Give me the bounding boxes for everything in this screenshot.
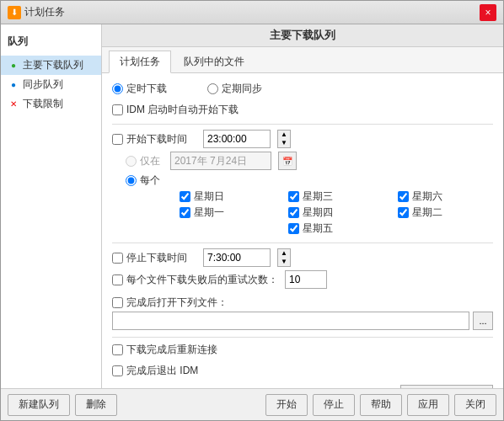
bottom-bar: 新建队列 删除 开始 停止 帮助 应用 关闭 (1, 388, 503, 420)
retry-count-input[interactable] (285, 270, 327, 289)
weekday-fri[interactable]: 星期五 (288, 221, 383, 236)
open-file-checkbox[interactable] (112, 297, 123, 308)
weekday-mon-checkbox[interactable] (180, 207, 190, 218)
weekday-fri-label: 星期五 (303, 221, 333, 236)
only-on-radio-label[interactable]: 仅在 (126, 154, 160, 168)
every-radio-label[interactable]: 每个 (126, 173, 160, 188)
weekday-thu-label: 星期四 (303, 205, 333, 220)
radio-timed-input[interactable] (112, 83, 123, 94)
only-on-row: 仅在 📅 (126, 152, 493, 170)
main-window: ⬇ 计划任务 × 队列 ● 主要下载队列 ● 同步队列 ✕ 下载限制 主要下载队… (0, 0, 504, 421)
calendar-button[interactable]: 📅 (278, 152, 297, 170)
weekday-wed[interactable]: 星期三 (288, 189, 383, 204)
radio-periodic-sync[interactable]: 定期同步 (207, 82, 262, 96)
delete-button[interactable]: 删除 (75, 394, 117, 416)
start-time-spinner[interactable]: ▲ ▼ (277, 130, 291, 148)
quit-idm-checkbox[interactable] (112, 365, 123, 376)
weekday-mon[interactable]: 星期一 (180, 205, 275, 220)
retry-count-row: 每个文件下载失败后的重试次数： (112, 270, 493, 289)
start-time-checkbox[interactable] (112, 134, 123, 145)
file-path-input[interactable] (112, 312, 469, 330)
stop-time-input[interactable] (203, 248, 271, 267)
retry-count-checkbox-label[interactable]: 每个文件下载失败后的重试次数： (112, 273, 278, 287)
weekday-sun[interactable]: 星期日 (180, 189, 275, 204)
window-title: 计划任务 (24, 5, 65, 19)
auto-start-row: IDM 启动时自动开始下载 (112, 103, 493, 117)
new-queue-button[interactable]: 新建队列 (8, 394, 70, 416)
close-bottom-button[interactable]: 关闭 (454, 394, 496, 416)
quit-idm-row: 完成后退出 IDM (112, 364, 493, 378)
quit-idm-checkbox-label[interactable]: 完成后退出 IDM (112, 364, 198, 378)
panel-header: 主要下载队列 (102, 24, 503, 47)
panel-content: 定时下载 定期同步 IDM 启动时自动开始下载 (102, 73, 503, 388)
queue-icon-limit: ✕ (8, 99, 19, 110)
sidebar: 队列 ● 主要下载队列 ● 同步队列 ✕ 下载限制 (1, 24, 102, 388)
start-time-down[interactable]: ▼ (278, 139, 290, 147)
radio-periodic-input[interactable] (207, 83, 218, 94)
weekday-wed-checkbox[interactable] (288, 191, 299, 202)
tab-files-in-queue[interactable]: 队列中的文件 (173, 51, 255, 72)
start-time-input[interactable] (203, 130, 271, 148)
retry-count-label: 每个文件下载失败后的重试次数： (126, 273, 278, 287)
weekday-sat[interactable]: 星期六 (398, 189, 493, 204)
stop-button[interactable]: 停止 (313, 394, 355, 416)
auto-start-label: IDM 启动时自动开始下载 (126, 103, 239, 117)
sidebar-title: 队列 (1, 31, 101, 56)
queue-icon-main: ● (8, 60, 19, 72)
sidebar-item-limit[interactable]: ✕ 下载限制 (1, 94, 101, 114)
reconnect-checkbox[interactable] (112, 344, 123, 355)
radio-timed-download[interactable]: 定时下载 (112, 82, 167, 96)
browse-button[interactable]: ... (473, 312, 493, 330)
queue-icon-sync: ● (8, 79, 19, 91)
help-button[interactable]: 帮助 (360, 394, 402, 416)
weekday-mon-label: 星期一 (194, 205, 224, 220)
stop-time-checkbox-label[interactable]: 停止下载时间 (112, 251, 196, 265)
file-path-row: ... (112, 312, 493, 330)
tab-scheduled-tasks[interactable]: 计划任务 (109, 51, 171, 73)
schedule-type-row: 定时下载 定期同步 (112, 82, 493, 96)
stop-time-up[interactable]: ▲ (278, 249, 290, 258)
divider-3 (112, 337, 493, 338)
stop-time-checkbox[interactable] (112, 253, 123, 264)
title-bar: ⬇ 计划任务 × (1, 1, 503, 24)
apply-button[interactable]: 应用 (407, 394, 449, 416)
stop-time-spinner[interactable]: ▲ ▼ (277, 248, 291, 267)
start-time-checkbox-label[interactable]: 开始下载时间 (112, 132, 196, 147)
weekday-fri-checkbox[interactable] (288, 223, 299, 234)
radio-periodic-label: 定期同步 (222, 82, 262, 96)
sidebar-label-main: 主要下载队列 (23, 58, 83, 72)
start-time-up[interactable]: ▲ (278, 131, 290, 139)
only-on-radio[interactable] (126, 156, 137, 167)
divider-2 (112, 242, 493, 243)
weekday-tue-label: 星期二 (412, 205, 442, 220)
weekday-tue-checkbox[interactable] (398, 207, 409, 218)
weekday-sat-checkbox[interactable] (398, 191, 409, 202)
weekday-wed-label: 星期三 (303, 189, 333, 204)
auto-start-checkbox[interactable] (112, 104, 123, 115)
start-time-label: 开始下载时间 (126, 132, 187, 147)
stop-time-down[interactable]: ▼ (278, 258, 290, 266)
only-on-date-input[interactable] (170, 152, 271, 170)
start-button[interactable]: 开始 (265, 394, 308, 416)
content-area: 队列 ● 主要下载队列 ● 同步队列 ✕ 下载限制 主要下载队列 计划任务 队列… (1, 24, 503, 388)
bottom-left: 新建队列 删除 (8, 394, 117, 416)
app-icon: ⬇ (8, 6, 21, 19)
weekday-sat-label: 星期六 (412, 189, 442, 204)
every-radio[interactable] (126, 175, 137, 186)
sidebar-label-sync: 同步队列 (23, 77, 63, 92)
retry-count-checkbox[interactable] (112, 274, 123, 285)
auto-start-checkbox-label[interactable]: IDM 启动时自动开始下载 (112, 103, 239, 117)
open-file-label: 完成后打开下列文件： (126, 296, 228, 310)
weekday-sun-checkbox[interactable] (180, 191, 190, 202)
close-button[interactable]: × (480, 4, 496, 21)
open-file-checkbox-label[interactable]: 完成后打开下列文件： (112, 296, 228, 310)
weekday-tue[interactable]: 星期二 (398, 205, 493, 220)
sidebar-item-main-queue[interactable]: ● 主要下载队列 (1, 56, 101, 75)
stop-time-label: 停止下载时间 (126, 251, 187, 265)
stop-time-row: 停止下载时间 ▲ ▼ (112, 248, 493, 267)
weekday-thu-checkbox[interactable] (288, 207, 299, 218)
reconnect-checkbox-label[interactable]: 下载完成后重新连接 (112, 343, 217, 357)
weekday-thu[interactable]: 星期四 (288, 205, 383, 220)
quit-idm-label: 完成后退出 IDM (126, 364, 198, 378)
sidebar-item-sync-queue[interactable]: ● 同步队列 (1, 75, 101, 94)
